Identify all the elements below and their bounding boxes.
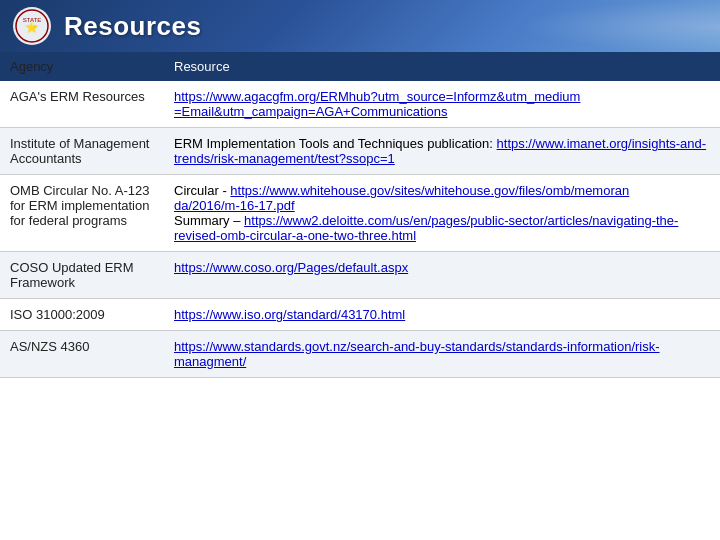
- resource-cell: ERM Implementation Tools and Techniques …: [164, 128, 720, 175]
- table-row: AGA's ERM Resources https://www.agacgfm.…: [0, 81, 720, 128]
- page-title: Resources: [64, 11, 201, 42]
- table-row: ISO 31000:2009 https://www.iso.org/stand…: [0, 299, 720, 331]
- col-agency: Agency: [0, 52, 164, 81]
- agency-cell: OMB Circular No. A-123 for ERM implement…: [0, 175, 164, 252]
- resource-text: ERM Implementation Tools and Techniques …: [174, 136, 493, 151]
- resource-cell: https://www.iso.org/standard/43170.html: [164, 299, 720, 331]
- table-header-row: Agency Resource: [0, 52, 720, 81]
- resource-link[interactable]: https://www.coso.org/Pages/default.aspx: [174, 260, 408, 275]
- resource-link[interactable]: https://www.whitehouse.gov/sites/whiteho…: [174, 183, 629, 213]
- agency-cell: Institute of Management Accountants: [0, 128, 164, 175]
- resource-text-2: Summary –: [174, 213, 240, 228]
- resource-link-2[interactable]: https://www2.deloitte.com/us/en/pages/pu…: [174, 213, 678, 243]
- header-logo: ⭐ STATE: [12, 6, 52, 46]
- resource-text: Circular -: [174, 183, 227, 198]
- resource-cell: https://www.coso.org/Pages/default.aspx: [164, 252, 720, 299]
- table-row: OMB Circular No. A-123 for ERM implement…: [0, 175, 720, 252]
- resource-link[interactable]: https://www.agacgfm.org/ERMhub?utm_sourc…: [174, 89, 580, 119]
- resource-link[interactable]: https://www.standards.govt.nz/search-and…: [174, 339, 660, 369]
- resource-cell: Circular - https://www.whitehouse.gov/si…: [164, 175, 720, 252]
- table-row: Institute of Management Accountants ERM …: [0, 128, 720, 175]
- resource-cell: https://www.standards.govt.nz/search-and…: [164, 331, 720, 378]
- agency-cell: AGA's ERM Resources: [0, 81, 164, 128]
- agency-cell: ISO 31000:2009: [0, 299, 164, 331]
- resource-cell: https://www.agacgfm.org/ERMhub?utm_sourc…: [164, 81, 720, 128]
- svg-text:STATE: STATE: [23, 17, 41, 23]
- col-resource: Resource: [164, 52, 720, 81]
- resources-table: Agency Resource AGA's ERM Resources http…: [0, 52, 720, 378]
- table-row: AS/NZS 4360 https://www.standards.govt.n…: [0, 331, 720, 378]
- table-row: COSO Updated ERM Framework https://www.c…: [0, 252, 720, 299]
- resource-link[interactable]: https://www.iso.org/standard/43170.html: [174, 307, 405, 322]
- agency-cell: COSO Updated ERM Framework: [0, 252, 164, 299]
- page-header: ⭐ STATE Resources: [0, 0, 720, 52]
- agency-cell: AS/NZS 4360: [0, 331, 164, 378]
